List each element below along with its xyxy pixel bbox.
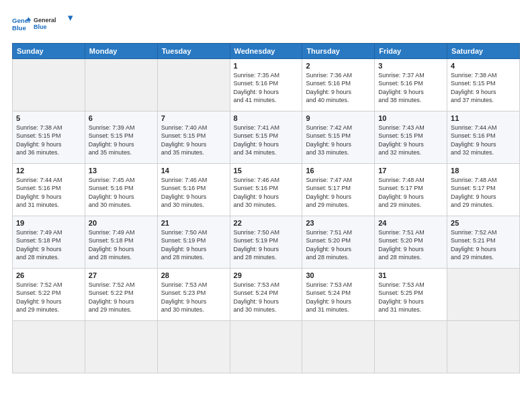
day-number: 1 xyxy=(234,62,299,70)
day-number: 3 xyxy=(378,62,443,70)
calendar-cell: 7Sunrise: 7:40 AM Sunset: 5:15 PM Daylig… xyxy=(157,111,230,163)
day-info: Sunrise: 7:53 AM Sunset: 5:25 PM Dayligh… xyxy=(378,281,443,314)
day-info: Sunrise: 7:53 AM Sunset: 5:24 PM Dayligh… xyxy=(306,281,371,314)
calendar-row: 1Sunrise: 7:35 AM Sunset: 5:16 PM Daylig… xyxy=(13,58,520,111)
day-number: 28 xyxy=(161,271,226,279)
calendar-cell xyxy=(157,320,230,373)
calendar-row: 19Sunrise: 7:49 AM Sunset: 5:18 PM Dayli… xyxy=(13,216,520,268)
day-number: 22 xyxy=(234,219,299,227)
calendar-row: 12Sunrise: 7:44 AM Sunset: 5:16 PM Dayli… xyxy=(13,163,520,216)
calendar-cell xyxy=(302,320,375,373)
calendar-cell: 12Sunrise: 7:44 AM Sunset: 5:16 PM Dayli… xyxy=(13,163,85,216)
calendar-cell: 22Sunrise: 7:50 AM Sunset: 5:19 PM Dayli… xyxy=(230,216,302,268)
day-number: 16 xyxy=(306,167,371,175)
day-info: Sunrise: 7:37 AM Sunset: 5:16 PM Dayligh… xyxy=(378,71,443,105)
day-info: Sunrise: 7:35 AM Sunset: 5:16 PM Dayligh… xyxy=(234,71,299,105)
calendar-cell: 25Sunrise: 7:52 AM Sunset: 5:21 PM Dayli… xyxy=(447,216,520,268)
weekday-header-wednesday: Wednesday xyxy=(230,43,302,58)
day-info: Sunrise: 7:41 AM Sunset: 5:15 PM Dayligh… xyxy=(234,124,299,157)
calendar-row: 26Sunrise: 7:52 AM Sunset: 5:22 PM Dayli… xyxy=(13,268,520,320)
weekday-header-row: SundayMondayTuesdayWednesdayThursdayFrid… xyxy=(13,43,520,58)
day-info: Sunrise: 7:50 AM Sunset: 5:19 PM Dayligh… xyxy=(234,228,299,262)
day-number: 17 xyxy=(378,167,443,175)
day-number: 27 xyxy=(89,271,154,279)
day-number: 7 xyxy=(161,114,226,122)
day-info: Sunrise: 7:46 AM Sunset: 5:16 PM Dayligh… xyxy=(234,176,299,210)
calendar-cell: 5Sunrise: 7:38 AM Sunset: 5:15 PM Daylig… xyxy=(13,111,85,163)
calendar-cell xyxy=(447,268,520,320)
calendar-cell xyxy=(157,58,230,111)
day-info: Sunrise: 7:47 AM Sunset: 5:17 PM Dayligh… xyxy=(306,176,371,210)
day-info: Sunrise: 7:48 AM Sunset: 5:17 PM Dayligh… xyxy=(378,176,443,210)
day-info: Sunrise: 7:46 AM Sunset: 5:16 PM Dayligh… xyxy=(161,176,226,210)
day-info: Sunrise: 7:52 AM Sunset: 5:22 PM Dayligh… xyxy=(16,281,81,314)
calendar-cell: 6Sunrise: 7:39 AM Sunset: 5:15 PM Daylig… xyxy=(85,111,157,163)
day-info: Sunrise: 7:43 AM Sunset: 5:15 PM Dayligh… xyxy=(378,124,443,157)
weekday-header-saturday: Saturday xyxy=(447,43,520,58)
calendar-cell: 1Sunrise: 7:35 AM Sunset: 5:16 PM Daylig… xyxy=(230,58,302,111)
weekday-header-tuesday: Tuesday xyxy=(157,43,230,58)
calendar-cell: 19Sunrise: 7:49 AM Sunset: 5:18 PM Dayli… xyxy=(13,216,85,268)
day-info: Sunrise: 7:53 AM Sunset: 5:23 PM Dayligh… xyxy=(161,281,226,314)
day-number: 14 xyxy=(161,167,226,175)
day-number: 13 xyxy=(89,167,154,175)
day-info: Sunrise: 7:45 AM Sunset: 5:16 PM Dayligh… xyxy=(89,176,154,210)
calendar-cell: 26Sunrise: 7:52 AM Sunset: 5:22 PM Dayli… xyxy=(13,268,85,320)
day-number: 18 xyxy=(451,167,516,175)
calendar-cell: 3Sunrise: 7:37 AM Sunset: 5:16 PM Daylig… xyxy=(375,58,447,111)
day-number: 15 xyxy=(234,167,299,175)
svg-text:Blue: Blue xyxy=(12,24,26,32)
calendar-cell: 11Sunrise: 7:44 AM Sunset: 5:16 PM Dayli… xyxy=(447,111,520,163)
calendar-cell: 2Sunrise: 7:36 AM Sunset: 5:16 PM Daylig… xyxy=(302,58,375,111)
day-info: Sunrise: 7:51 AM Sunset: 5:20 PM Dayligh… xyxy=(306,228,371,262)
calendar-cell: 24Sunrise: 7:51 AM Sunset: 5:20 PM Dayli… xyxy=(375,216,447,268)
day-info: Sunrise: 7:38 AM Sunset: 5:15 PM Dayligh… xyxy=(451,71,516,105)
day-number: 24 xyxy=(378,219,443,227)
day-number: 12 xyxy=(16,167,81,175)
day-number: 6 xyxy=(89,114,154,122)
day-number: 31 xyxy=(378,271,443,279)
weekday-header-friday: Friday xyxy=(375,43,447,58)
calendar-cell xyxy=(13,320,85,373)
day-info: Sunrise: 7:42 AM Sunset: 5:15 PM Dayligh… xyxy=(306,124,371,157)
day-info: Sunrise: 7:39 AM Sunset: 5:15 PM Dayligh… xyxy=(89,124,154,157)
calendar-cell: 27Sunrise: 7:52 AM Sunset: 5:22 PM Dayli… xyxy=(85,268,157,320)
day-number: 10 xyxy=(378,114,443,122)
logo-line1: General Blue xyxy=(34,12,74,36)
calendar-cell: 31Sunrise: 7:53 AM Sunset: 5:25 PM Dayli… xyxy=(375,268,447,320)
logo-icon: General Blue xyxy=(12,15,31,34)
logo: General Blue General Blue xyxy=(12,12,74,36)
day-info: Sunrise: 7:40 AM Sunset: 5:15 PM Dayligh… xyxy=(161,124,226,157)
calendar-cell xyxy=(230,320,302,373)
day-number: 5 xyxy=(16,114,81,122)
day-number: 25 xyxy=(451,219,516,227)
calendar-cell: 29Sunrise: 7:53 AM Sunset: 5:24 PM Dayli… xyxy=(230,268,302,320)
svg-text:Blue: Blue xyxy=(34,24,47,30)
day-number: 11 xyxy=(451,114,516,122)
day-number: 26 xyxy=(16,271,81,279)
day-info: Sunrise: 7:49 AM Sunset: 5:18 PM Dayligh… xyxy=(89,228,154,262)
weekday-header-thursday: Thursday xyxy=(302,43,375,58)
day-number: 9 xyxy=(306,114,371,122)
calendar-cell: 16Sunrise: 7:47 AM Sunset: 5:17 PM Dayli… xyxy=(302,163,375,216)
calendar-cell xyxy=(13,58,85,111)
calendar-cell xyxy=(447,320,520,373)
calendar-cell: 4Sunrise: 7:38 AM Sunset: 5:15 PM Daylig… xyxy=(447,58,520,111)
day-info: Sunrise: 7:44 AM Sunset: 5:16 PM Dayligh… xyxy=(16,176,81,210)
day-number: 23 xyxy=(306,219,371,227)
day-number: 8 xyxy=(234,114,299,122)
calendar-row xyxy=(13,320,520,373)
header: General Blue General Blue xyxy=(12,12,520,36)
day-number: 30 xyxy=(306,271,371,279)
svg-text:General: General xyxy=(34,17,56,24)
calendar-cell: 13Sunrise: 7:45 AM Sunset: 5:16 PM Dayli… xyxy=(85,163,157,216)
day-number: 21 xyxy=(161,219,226,227)
day-info: Sunrise: 7:52 AM Sunset: 5:22 PM Dayligh… xyxy=(89,281,154,314)
day-number: 19 xyxy=(16,219,81,227)
calendar-cell: 14Sunrise: 7:46 AM Sunset: 5:16 PM Dayli… xyxy=(157,163,230,216)
day-number: 4 xyxy=(451,62,516,70)
calendar-cell: 9Sunrise: 7:42 AM Sunset: 5:15 PM Daylig… xyxy=(302,111,375,163)
day-info: Sunrise: 7:51 AM Sunset: 5:20 PM Dayligh… xyxy=(378,228,443,262)
calendar-cell: 18Sunrise: 7:48 AM Sunset: 5:17 PM Dayli… xyxy=(447,163,520,216)
calendar-cell: 21Sunrise: 7:50 AM Sunset: 5:19 PM Dayli… xyxy=(157,216,230,268)
